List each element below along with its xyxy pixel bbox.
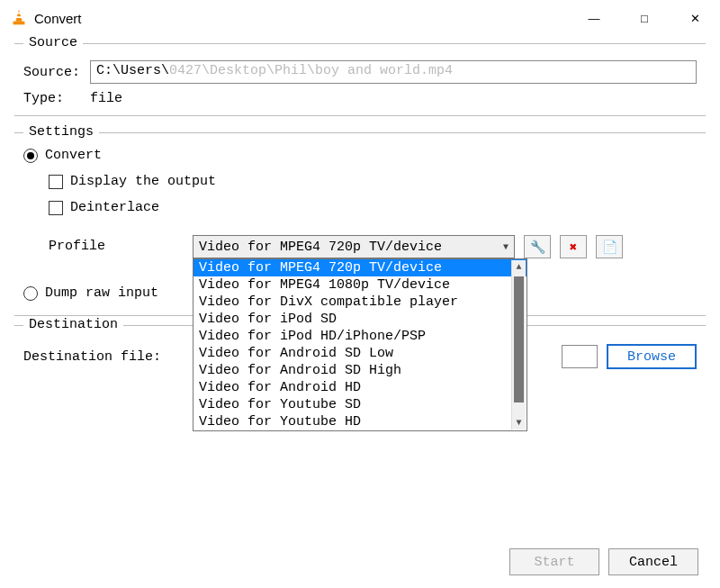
delete-icon: ✖ [570, 240, 577, 255]
radio-dump-label: Dump raw input [45, 285, 158, 301]
browse-label: Browse [627, 349, 676, 365]
checkbox-icon [49, 201, 63, 215]
radio-convert[interactable]: Convert [23, 148, 102, 163]
checkbox-deinterlace-label: Deinterlace [70, 200, 159, 215]
window-title: Convert [29, 11, 569, 26]
start-label: Start [534, 555, 574, 570]
chevron-down-icon: ▼ [503, 242, 508, 252]
profile-option[interactable]: Video for MPEG4 1080p TV/device [194, 276, 526, 294]
radio-icon [23, 149, 38, 163]
checkbox-display-output[interactable]: Display the output [49, 174, 216, 189]
checkbox-display-label: Display the output [70, 174, 216, 189]
svg-rect-1 [17, 13, 22, 14]
divider [14, 115, 706, 116]
svg-rect-2 [16, 16, 22, 18]
profile-option[interactable]: Video for Android SD High [194, 362, 526, 379]
vlc-icon [9, 8, 29, 28]
profile-dropdown[interactable]: Video for MPEG4 720p TV/device ▼ Video f… [193, 235, 515, 258]
destination-file-input[interactable] [562, 345, 598, 368]
destination-file-label: Destination file: [23, 349, 161, 365]
profile-selected-text: Video for MPEG4 720p TV/device [199, 240, 442, 255]
profile-dropdown-list: Video for MPEG4 720p TV/device Video for… [193, 258, 527, 431]
titlebar: Convert — □ ✕ [0, 0, 720, 36]
checkbox-deinterlace[interactable]: Deinterlace [49, 200, 159, 215]
profile-selected[interactable]: Video for MPEG4 720p TV/device ▼ [193, 235, 515, 258]
start-button[interactable]: Start [509, 548, 599, 575]
dialog-buttons: Start Cancel [509, 548, 698, 575]
radio-icon [23, 286, 38, 301]
source-group: Source Source: C:\Users\0427\Desktop\Phi… [14, 43, 706, 125]
svg-rect-0 [14, 22, 25, 25]
new-profile-button[interactable]: 📄 [596, 235, 623, 258]
maximize-button[interactable]: □ [619, 0, 670, 36]
profile-option[interactable]: Video for Youtube SD [194, 396, 526, 413]
destination-legend: Destination [23, 317, 123, 332]
window-controls: — □ ✕ [569, 0, 720, 36]
scroll-down-icon[interactable]: ▼ [516, 418, 521, 428]
source-path-blurred: 0427\Desktop\Phil\boy and world.mp4 [169, 63, 453, 78]
source-path-input[interactable]: C:\Users\0427\Desktop\Phil\boy and world… [90, 60, 697, 84]
profile-option[interactable]: Video for DivX compatible player [194, 294, 526, 311]
dropdown-scrollbar[interactable]: ▲ ▼ [511, 260, 526, 430]
profile-label: Profile [49, 235, 184, 254]
settings-legend: Settings [23, 124, 99, 140]
source-legend: Source [23, 35, 83, 50]
profile-option[interactable]: Video for Android HD [194, 379, 526, 396]
cancel-button[interactable]: Cancel [608, 548, 698, 575]
scrollbar-thumb[interactable] [514, 276, 524, 403]
profile-option[interactable]: Video for Youtube HD [194, 413, 526, 430]
scroll-up-icon[interactable]: ▲ [516, 262, 521, 272]
delete-profile-button[interactable]: ✖ [560, 235, 587, 258]
profile-option[interactable]: Video for Android SD Low [194, 345, 526, 362]
minimize-button[interactable]: — [569, 0, 619, 36]
edit-profile-button[interactable]: 🔧 [524, 235, 551, 258]
radio-dump-raw[interactable]: Dump raw input [23, 285, 158, 301]
radio-convert-label: Convert [45, 148, 102, 163]
source-label: Source: [23, 65, 90, 80]
profile-option[interactable]: Video for MPEG4 720p TV/device [194, 259, 526, 276]
source-path-visible: C:\Users\ [96, 63, 169, 78]
settings-group: Settings Convert Display the output Dein… [14, 132, 706, 318]
wrench-icon: 🔧 [530, 240, 545, 255]
checkbox-icon [49, 175, 63, 189]
browse-button[interactable]: Browse [607, 344, 697, 369]
profile-option[interactable]: Video for iPod HD/iPhone/PSP [194, 328, 526, 345]
cancel-label: Cancel [629, 555, 678, 570]
close-button[interactable]: ✕ [670, 0, 720, 36]
new-icon: 📄 [602, 240, 617, 255]
profile-option[interactable]: Video for iPod SD [194, 311, 526, 328]
type-label: Type: [23, 91, 90, 106]
type-value: file [90, 91, 122, 106]
